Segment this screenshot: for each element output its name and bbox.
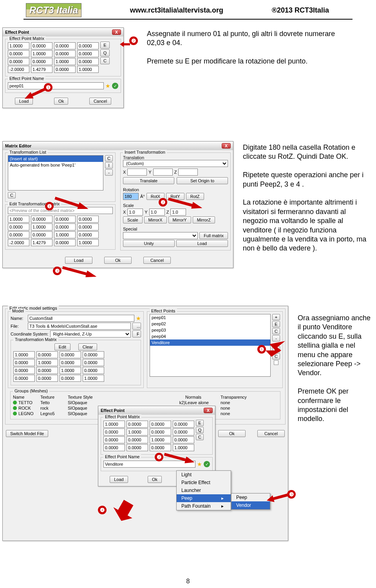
- star-menu[interactable]: Light Particle Effect Launcher Peep▸ Pat…: [176, 470, 231, 510]
- cancel-button[interactable]: Cancel: [257, 430, 285, 437]
- peep-name-input[interactable]: [8, 82, 104, 89]
- ep2-name-input[interactable]: [103, 461, 195, 468]
- set-origin-button[interactable]: Set Origin to: [177, 177, 228, 184]
- header-copyright: ®2013 RCT3Italia: [272, 6, 329, 15]
- load-button[interactable]: Load: [176, 240, 228, 247]
- cancel-button[interactable]: Cancel: [89, 98, 111, 105]
- marker-2: ❷: [129, 36, 138, 45]
- rotz-button[interactable]: RotZ: [186, 193, 204, 200]
- list-item[interactable]: peep03: [150, 327, 270, 333]
- panel-title-text: Effect Point: [5, 30, 29, 34]
- panel-title: Matrix Editor X: [3, 142, 233, 150]
- model-name-input[interactable]: [28, 315, 134, 322]
- matrix-editor-panel: Matrix Editor X Transformation List (Ins…: [2, 141, 233, 268]
- close-icon[interactable]: X: [112, 29, 121, 35]
- header-url: www.rct3italia\altervista.org: [130, 6, 223, 15]
- ok-button[interactable]: Ok: [218, 430, 246, 437]
- effect-points-list[interactable]: peep01 peep02 peep03 peep04 Venditore: [150, 314, 271, 377]
- ok-button[interactable]: Ok: [54, 98, 68, 105]
- menu-item[interactable]: Path Fountain▸: [177, 502, 231, 510]
- list-item[interactable]: (Insert at start): [8, 156, 103, 162]
- cancel-button[interactable]: Cancel: [143, 257, 171, 264]
- load-button[interactable]: Load: [65, 257, 92, 264]
- cell[interactable]: [8, 42, 29, 49]
- marker-2: ❷: [159, 198, 167, 207]
- panel-title: Effect Point X: [3, 28, 123, 36]
- legend: Effect Point Name: [8, 76, 45, 81]
- full-matrix-button[interactable]: Full matrix: [199, 232, 228, 239]
- unity-button[interactable]: Unity: [123, 240, 175, 247]
- translation-select[interactable]: (Custom): [123, 160, 228, 167]
- e-button[interactable]: E: [100, 42, 110, 49]
- check-icon[interactable]: ✓: [204, 461, 210, 467]
- model-file-input[interactable]: [28, 323, 131, 330]
- marker-2: ❷: [155, 453, 163, 461]
- list-item-selected[interactable]: Venditore: [150, 339, 270, 346]
- marker-4: ❹: [98, 506, 107, 514]
- star-icon[interactable]: ★: [105, 83, 110, 89]
- panel-title: Effect Point X: [98, 406, 215, 415]
- matrix-row: [8, 42, 99, 49]
- marker-1: ❶: [257, 345, 266, 354]
- effect-point-matrix-group: Effect Point Matrix E Q C: [5, 39, 121, 76]
- load-button[interactable]: Load: [15, 98, 33, 105]
- edit-transformation-matrix-group: Edit Transformation Matrix: [5, 204, 116, 250]
- list-item[interactable]: peep02: [150, 321, 270, 327]
- transformation-list[interactable]: (Insert at start) Auto-generated from bo…: [8, 155, 103, 191]
- coord-select[interactable]: Right-Handed, Z-Up: [50, 330, 131, 338]
- transformation-list-group: Transformation List (Insert at start) Au…: [5, 152, 116, 202]
- check-icon[interactable]: ✓: [112, 83, 118, 89]
- translate-button[interactable]: Translate: [123, 177, 174, 184]
- menu-item[interactable]: Particle Effect: [177, 479, 231, 486]
- page-number: 8: [186, 578, 190, 585]
- ep2-matrix-group: Effect Point Matrix E Q C: [101, 417, 213, 455]
- peep-submenu[interactable]: Peep Vendor: [231, 493, 270, 510]
- switch-model-button[interactable]: Switch Model File: [6, 430, 48, 437]
- menu-item[interactable]: Launcher: [177, 486, 231, 494]
- legend: Effect Point Matrix: [8, 36, 46, 41]
- list-item[interactable]: peep04: [150, 333, 270, 339]
- preview-input: [8, 207, 113, 214]
- instruction-text: Digitate 180 nella casella Rotation e cl…: [243, 143, 368, 253]
- menu-item[interactable]: Peep▸: [177, 494, 231, 502]
- close-icon[interactable]: X: [222, 143, 231, 149]
- list-item[interactable]: Auto-generated from bone 'Peep1': [8, 162, 103, 168]
- marker-1: ❶: [45, 202, 54, 211]
- marker-3: ❸: [53, 267, 61, 275]
- model-group: Model Name:★ File:... Coordinate System:…: [8, 311, 144, 388]
- table-row[interactable]: TETTOTettoSIOpaquek2)Leave alonenone: [13, 400, 278, 405]
- effect-point-name-group: Effect Point Name ★ ✓: [5, 79, 121, 93]
- menu-item[interactable]: Vendor: [231, 501, 270, 509]
- c-button[interactable]: C: [100, 57, 110, 64]
- close-icon[interactable]: X: [204, 408, 213, 413]
- menu-item[interactable]: Peep: [231, 494, 270, 501]
- rotation-input[interactable]: [123, 193, 139, 200]
- menu-item[interactable]: Light: [177, 471, 231, 479]
- star-icon[interactable]: ★: [197, 461, 202, 467]
- effect-point-panel-1: Effect Point X Effect Point Matrix E Q C…: [2, 27, 124, 108]
- tm-group: Transformation Matrix EditClear: [11, 340, 141, 385]
- q-button[interactable]: Q: [100, 49, 110, 56]
- instruction-text: Ora assegniamo anche il punto Venditore …: [298, 314, 372, 424]
- ok-button[interactable]: Ok: [104, 257, 132, 264]
- star-icon[interactable]: ★: [136, 315, 141, 321]
- instruction-text: Assegnate il numero 01 al punto, gli alt…: [147, 29, 347, 66]
- logo: RCT3 Italia: [26, 3, 81, 17]
- page-header: RCT3 Italia www.rct3italia\altervista.or…: [24, 0, 352, 20]
- list-item[interactable]: peep01: [150, 314, 270, 321]
